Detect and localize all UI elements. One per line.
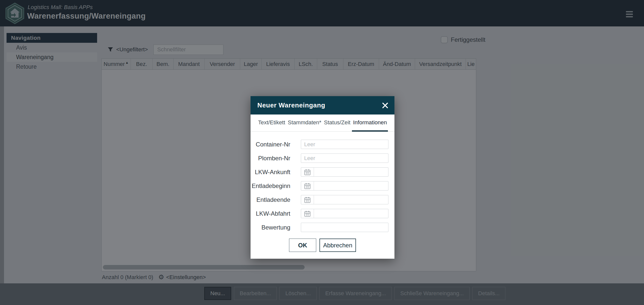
lkw-ankunft-field[interactable] bbox=[314, 168, 388, 176]
form-row-bewertung: Bewertung bbox=[251, 223, 394, 232]
tab-stammdaten-[interactable]: Stammdaten* bbox=[287, 115, 322, 132]
dialog-title: Neuer Wareneingang bbox=[257, 101, 382, 109]
form-row-plomben-nr: Plomben-Nr bbox=[251, 154, 394, 163]
cancel-button[interactable]: Abbrechen bbox=[319, 239, 356, 252]
dialog-header: Neuer Wareneingang bbox=[251, 96, 394, 115]
entladebeginn-date-input bbox=[301, 181, 388, 190]
close-icon[interactable] bbox=[382, 102, 388, 109]
field-label-lkw-abfahrt: LKW-Abfahrt bbox=[251, 210, 290, 217]
form-row-lkw-ankunft: LKW-Ankunft bbox=[251, 167, 394, 177]
field-label-container-nr: Container-Nr bbox=[251, 141, 290, 148]
dialog-tabs: Text/EtikettStammdaten*Status/ZeitInform… bbox=[251, 115, 394, 132]
lkw-ankunft-date-input bbox=[301, 167, 388, 177]
calendar-icon[interactable] bbox=[301, 209, 314, 218]
tab-status-zeit[interactable]: Status/Zeit bbox=[323, 115, 351, 132]
field-label-entladeende: Entladeende bbox=[251, 196, 290, 203]
calendar-icon[interactable] bbox=[301, 168, 314, 176]
dialog-form: Container-NrPlomben-NrLKW-AnkunftEntlade… bbox=[251, 132, 394, 232]
neuer-wareneingang-dialog: Neuer Wareneingang Text/EtikettStammdate… bbox=[251, 96, 394, 259]
field-label-bewertung: Bewertung bbox=[251, 224, 290, 231]
form-row-lkw-abfahrt: LKW-Abfahrt bbox=[251, 209, 394, 218]
calendar-icon[interactable] bbox=[301, 181, 314, 190]
calendar-icon[interactable] bbox=[301, 195, 314, 204]
form-row-entladebeginn: Entladebeginn bbox=[251, 181, 394, 190]
form-row-entladeende: Entladeende bbox=[251, 195, 394, 204]
field-label-entladebeginn: Entladebeginn bbox=[251, 182, 290, 189]
entladeende-field[interactable] bbox=[314, 195, 388, 204]
entladebeginn-field[interactable] bbox=[314, 181, 388, 190]
dialog-actions: OK Abbrechen bbox=[251, 239, 394, 252]
plomben-nr-field[interactable] bbox=[301, 154, 388, 163]
tab-informationen[interactable]: Informationen bbox=[352, 115, 388, 132]
lkw-abfahrt-date-input bbox=[301, 209, 388, 218]
field-label-lkw-ankunft: LKW-Ankunft bbox=[251, 169, 290, 176]
form-row-container-nr: Container-Nr bbox=[251, 140, 394, 149]
ok-button[interactable]: OK bbox=[289, 239, 316, 252]
entladeende-date-input bbox=[301, 195, 388, 204]
container-nr-field[interactable] bbox=[301, 140, 388, 149]
bewertung-field[interactable] bbox=[301, 223, 388, 232]
tab-text-etikett[interactable]: Text/Etikett bbox=[257, 115, 286, 132]
lkw-abfahrt-field[interactable] bbox=[314, 209, 388, 218]
field-label-plomben-nr: Plomben-Nr bbox=[251, 155, 290, 162]
